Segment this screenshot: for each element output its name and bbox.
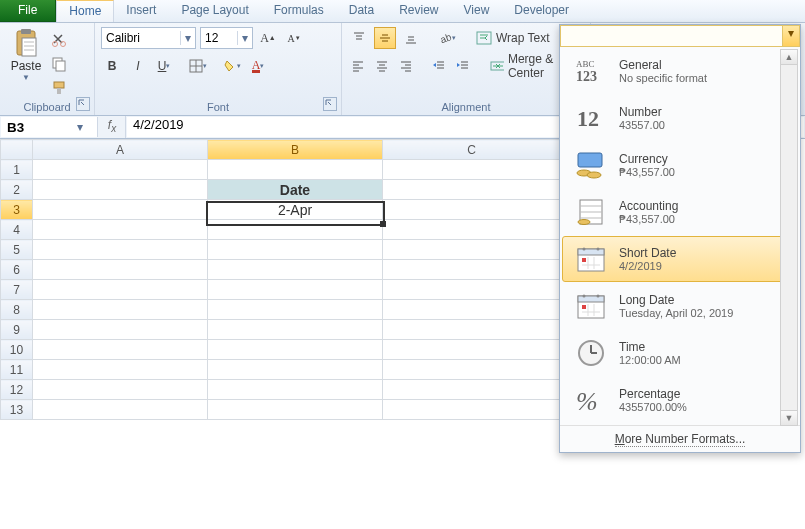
paste-button[interactable]: Paste ▼: [6, 27, 46, 99]
cell-B7[interactable]: [208, 280, 383, 300]
format-option-general[interactable]: ABC123GeneralNo specific format: [562, 48, 798, 94]
name-box[interactable]: ▾: [1, 117, 98, 137]
cell-A6[interactable]: [33, 260, 208, 280]
clipboard-dialog-launcher[interactable]: [76, 97, 90, 111]
align-top-button[interactable]: [348, 27, 370, 49]
format-option-number[interactable]: 12Number43557.00: [562, 95, 798, 141]
cell-A2[interactable]: [33, 180, 208, 200]
cell-C8[interactable]: [383, 300, 561, 320]
cell-A1[interactable]: [33, 160, 208, 180]
cell-B12[interactable]: [208, 380, 383, 400]
fx-icon[interactable]: fx: [99, 116, 126, 138]
font-name-combo[interactable]: ▾: [101, 27, 196, 49]
cell-B11[interactable]: [208, 360, 383, 380]
increase-indent-button[interactable]: [453, 55, 473, 77]
col-header-B[interactable]: B: [208, 140, 383, 160]
row-header-11[interactable]: 11: [1, 360, 33, 380]
cell-A8[interactable]: [33, 300, 208, 320]
align-bottom-button[interactable]: [400, 27, 422, 49]
cell-C13[interactable]: [383, 400, 561, 420]
orientation-button[interactable]: ab▾: [436, 27, 458, 49]
tab-insert[interactable]: Insert: [114, 0, 169, 22]
cut-button[interactable]: [48, 29, 70, 51]
scroll-down-button[interactable]: ▼: [781, 410, 797, 425]
chevron-down-icon[interactable]: ▾: [782, 26, 799, 46]
tab-data[interactable]: Data: [337, 0, 387, 22]
tab-page-layout[interactable]: Page Layout: [169, 0, 261, 22]
chevron-down-icon[interactable]: ▾: [237, 31, 252, 45]
border-button[interactable]: ▾: [187, 55, 209, 77]
cell-B8[interactable]: [208, 300, 383, 320]
wrap-text-button[interactable]: Wrap Text: [476, 27, 550, 49]
cell-A5[interactable]: [33, 240, 208, 260]
cell-A12[interactable]: [33, 380, 208, 400]
row-header-13[interactable]: 13: [1, 400, 33, 420]
format-option-currency[interactable]: Currency₱43,557.00: [562, 142, 798, 188]
cell-A13[interactable]: [33, 400, 208, 420]
font-size-combo[interactable]: ▾: [200, 27, 253, 49]
cell-C11[interactable]: [383, 360, 561, 380]
decrease-indent-button[interactable]: [429, 55, 449, 77]
cell-B4[interactable]: [208, 220, 383, 240]
row-header-3[interactable]: 3: [1, 200, 33, 220]
cell-B9[interactable]: [208, 320, 383, 340]
tab-home[interactable]: Home: [56, 0, 114, 22]
cell-B6[interactable]: [208, 260, 383, 280]
cell-C3[interactable]: [383, 200, 561, 220]
align-left-button[interactable]: [348, 55, 368, 77]
cell-C4[interactable]: [383, 220, 561, 240]
italic-button[interactable]: I: [127, 55, 149, 77]
tab-view[interactable]: View: [452, 0, 503, 22]
copy-button[interactable]: [48, 53, 70, 75]
format-option-longdate[interactable]: Long DateTuesday, April 02, 2019: [562, 283, 798, 329]
col-header-C[interactable]: C: [383, 140, 561, 160]
bold-button[interactable]: B: [101, 55, 123, 77]
row-header-7[interactable]: 7: [1, 280, 33, 300]
cell-C6[interactable]: [383, 260, 561, 280]
select-all-corner[interactable]: [1, 140, 33, 160]
tab-developer[interactable]: Developer: [502, 0, 582, 22]
format-option-percentage[interactable]: %Percentage4355700.00%: [562, 377, 798, 423]
underline-button[interactable]: U▾: [153, 55, 175, 77]
format-option-time[interactable]: Time12:00:00 AM: [562, 330, 798, 376]
row-header-9[interactable]: 9: [1, 320, 33, 340]
font-size-input[interactable]: [201, 31, 237, 45]
align-right-button[interactable]: [396, 55, 416, 77]
tab-file[interactable]: File: [0, 0, 56, 22]
row-header-12[interactable]: 12: [1, 380, 33, 400]
format-painter-button[interactable]: [48, 77, 70, 99]
chevron-down-icon[interactable]: ▾: [180, 31, 195, 45]
tab-review[interactable]: Review: [387, 0, 451, 22]
shrink-font-button[interactable]: A▼: [283, 27, 305, 49]
cell-A7[interactable]: [33, 280, 208, 300]
cell-C1[interactable]: [383, 160, 561, 180]
cell-C7[interactable]: [383, 280, 561, 300]
align-center-button[interactable]: [372, 55, 392, 77]
row-header-4[interactable]: 4: [1, 220, 33, 240]
cell-B10[interactable]: [208, 340, 383, 360]
name-box-input[interactable]: [1, 120, 73, 135]
row-header-1[interactable]: 1: [1, 160, 33, 180]
cell-C2[interactable]: [383, 180, 561, 200]
col-header-A[interactable]: A: [33, 140, 208, 160]
row-header-10[interactable]: 10: [1, 340, 33, 360]
cell-C5[interactable]: [383, 240, 561, 260]
fill-color-button[interactable]: ▾: [221, 55, 243, 77]
grow-font-button[interactable]: A▲: [257, 27, 279, 49]
font-dialog-launcher[interactable]: [323, 97, 337, 111]
panel-scrollbar[interactable]: ▲ ▼: [780, 49, 798, 426]
number-format-search[interactable]: ▾: [560, 25, 800, 47]
tab-formulas[interactable]: Formulas: [262, 0, 337, 22]
cell-B1[interactable]: [208, 160, 383, 180]
cell-B3[interactable]: 2-Apr: [208, 200, 383, 220]
number-format-search-input[interactable]: [561, 26, 799, 45]
row-header-6[interactable]: 6: [1, 260, 33, 280]
cell-C12[interactable]: [383, 380, 561, 400]
font-color-button[interactable]: A▾: [247, 55, 269, 77]
format-option-accounting[interactable]: Accounting₱43,557.00: [562, 189, 798, 235]
cell-A9[interactable]: [33, 320, 208, 340]
scroll-up-button[interactable]: ▲: [781, 50, 797, 65]
cell-B13[interactable]: [208, 400, 383, 420]
cell-A11[interactable]: [33, 360, 208, 380]
cell-A3[interactable]: [33, 200, 208, 220]
